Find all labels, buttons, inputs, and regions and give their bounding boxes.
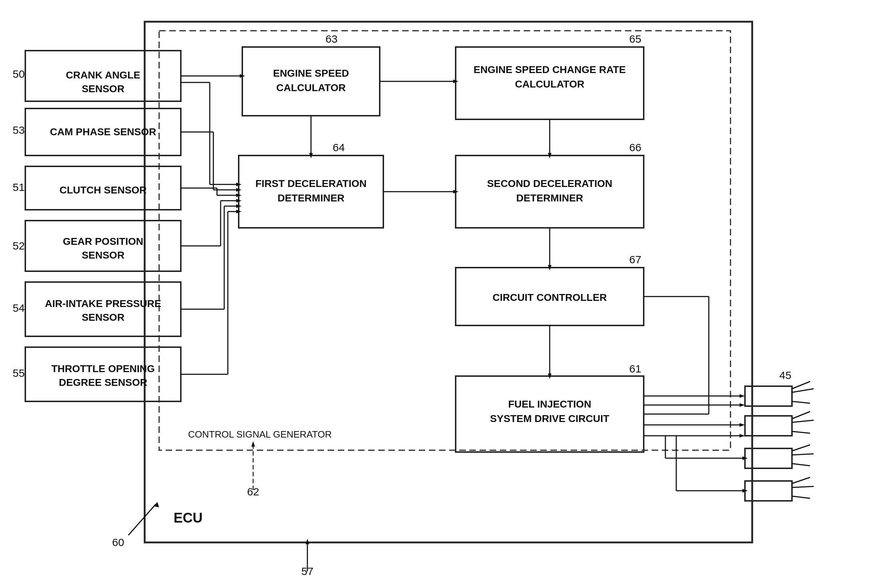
cam-phase-sensor-number: 53 (13, 124, 25, 136)
crank-angle-sensor-label: CRANK ANGLE (66, 69, 140, 81)
injectors-number: 45 (779, 369, 791, 381)
second-deceleration-label2: DETERMINER (516, 192, 583, 204)
gear-position-sensor-number: 52 (13, 240, 25, 252)
crank-angle-sensor-label2: SENSOR (82, 83, 124, 94)
throttle-sensor-label2: DEGREE SENSOR (59, 377, 147, 388)
fuel-injection-label2: SYSTEM DRIVE CIRCUIT (490, 413, 609, 424)
throttle-sensor-number: 55 (13, 367, 25, 379)
second-deceleration-label: SECOND DECELERATION (487, 178, 612, 189)
diagram: ECU 57 CONTROL SIGNAL GENERATOR 62 CRANK… (0, 0, 886, 588)
clutch-sensor-number: 51 (13, 181, 25, 193)
first-deceleration-label2: DETERMINER (277, 192, 344, 204)
engine-speed-calculator-number: 63 (325, 33, 337, 45)
second-deceleration-number: 66 (629, 141, 641, 153)
engine-speed-calculator-label: ENGINE SPEED (273, 68, 349, 79)
engine-speed-change-rate-number: 65 (629, 33, 641, 45)
cam-phase-sensor-label: CAM PHASE SENSOR (50, 126, 156, 137)
control-signal-generator-label: CONTROL SIGNAL GENERATOR (188, 429, 331, 440)
air-intake-sensor-label2: SENSOR (82, 312, 124, 323)
air-intake-sensor-number: 54 (13, 302, 25, 314)
ecu-area-number: 60 (112, 536, 124, 548)
gear-position-sensor-label: GEAR POSITION (63, 236, 143, 247)
gear-position-sensor-label2: SENSOR (82, 249, 124, 261)
engine-speed-change-rate-label2: CALCULATOR (515, 78, 585, 90)
circuit-controller-number: 67 (629, 254, 641, 266)
throttle-sensor-label: THROTTLE OPENING (51, 363, 155, 374)
engine-speed-change-rate-label: ENGINE SPEED CHANGE RATE (474, 64, 626, 75)
engine-speed-calculator-label2: CALCULATOR (276, 82, 346, 93)
first-deceleration-number: 64 (333, 141, 345, 153)
circuit-controller-label: CIRCUIT CONTROLLER (493, 292, 607, 303)
first-deceleration-label: FIRST DECELERATION (255, 178, 366, 189)
fuel-injection-label: FUEL INJECTION (508, 399, 591, 410)
clutch-sensor-label: CLUTCH SENSOR (59, 184, 147, 196)
air-intake-sensor-label: AIR-INTAKE PRESSURE (45, 298, 161, 309)
fuel-injection-number: 61 (629, 363, 641, 375)
ecu-label: ECU (174, 510, 202, 525)
crank-angle-sensor-number: 50 (13, 68, 25, 80)
